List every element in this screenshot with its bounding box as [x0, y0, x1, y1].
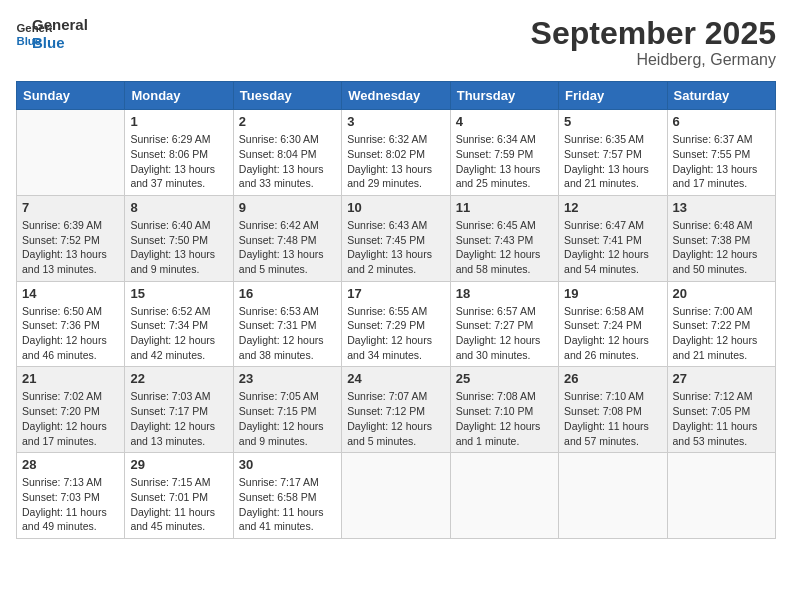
calendar-day-cell: 13Sunrise: 6:48 AM Sunset: 7:38 PM Dayli…: [667, 195, 775, 281]
day-number: 29: [130, 457, 227, 472]
day-info: Sunrise: 6:30 AM Sunset: 8:04 PM Dayligh…: [239, 132, 336, 191]
day-info: Sunrise: 7:03 AM Sunset: 7:17 PM Dayligh…: [130, 389, 227, 448]
day-info: Sunrise: 6:37 AM Sunset: 7:55 PM Dayligh…: [673, 132, 770, 191]
day-number: 12: [564, 200, 661, 215]
day-info: Sunrise: 6:45 AM Sunset: 7:43 PM Dayligh…: [456, 218, 553, 277]
day-number: 26: [564, 371, 661, 386]
day-info: Sunrise: 6:43 AM Sunset: 7:45 PM Dayligh…: [347, 218, 444, 277]
logo: General Blue General Blue: [16, 16, 88, 52]
calendar-week-row: 14Sunrise: 6:50 AM Sunset: 7:36 PM Dayli…: [17, 281, 776, 367]
calendar-day-cell: [450, 453, 558, 539]
weekday-header-row: SundayMondayTuesdayWednesdayThursdayFrid…: [17, 82, 776, 110]
day-number: 20: [673, 286, 770, 301]
calendar-day-cell: 22Sunrise: 7:03 AM Sunset: 7:17 PM Dayli…: [125, 367, 233, 453]
day-info: Sunrise: 6:57 AM Sunset: 7:27 PM Dayligh…: [456, 304, 553, 363]
day-number: 9: [239, 200, 336, 215]
location-title: Heidberg, Germany: [531, 51, 776, 69]
day-info: Sunrise: 6:42 AM Sunset: 7:48 PM Dayligh…: [239, 218, 336, 277]
day-info: Sunrise: 6:35 AM Sunset: 7:57 PM Dayligh…: [564, 132, 661, 191]
title-area: September 2025 Heidberg, Germany: [531, 16, 776, 69]
day-number: 10: [347, 200, 444, 215]
day-info: Sunrise: 6:32 AM Sunset: 8:02 PM Dayligh…: [347, 132, 444, 191]
calendar-day-cell: 18Sunrise: 6:57 AM Sunset: 7:27 PM Dayli…: [450, 281, 558, 367]
calendar-day-cell: 7Sunrise: 6:39 AM Sunset: 7:52 PM Daylig…: [17, 195, 125, 281]
calendar-week-row: 21Sunrise: 7:02 AM Sunset: 7:20 PM Dayli…: [17, 367, 776, 453]
calendar-day-cell: [559, 453, 667, 539]
calendar-week-row: 28Sunrise: 7:13 AM Sunset: 7:03 PM Dayli…: [17, 453, 776, 539]
calendar-day-cell: 2Sunrise: 6:30 AM Sunset: 8:04 PM Daylig…: [233, 110, 341, 196]
day-info: Sunrise: 7:17 AM Sunset: 6:58 PM Dayligh…: [239, 475, 336, 534]
calendar-day-cell: [342, 453, 450, 539]
day-info: Sunrise: 7:02 AM Sunset: 7:20 PM Dayligh…: [22, 389, 119, 448]
day-number: 18: [456, 286, 553, 301]
day-number: 14: [22, 286, 119, 301]
calendar-day-cell: 16Sunrise: 6:53 AM Sunset: 7:31 PM Dayli…: [233, 281, 341, 367]
calendar-week-row: 7Sunrise: 6:39 AM Sunset: 7:52 PM Daylig…: [17, 195, 776, 281]
weekday-header: Thursday: [450, 82, 558, 110]
calendar-day-cell: 21Sunrise: 7:02 AM Sunset: 7:20 PM Dayli…: [17, 367, 125, 453]
logo-line1: General: [32, 16, 88, 34]
day-number: 13: [673, 200, 770, 215]
day-number: 17: [347, 286, 444, 301]
calendar-day-cell: 11Sunrise: 6:45 AM Sunset: 7:43 PM Dayli…: [450, 195, 558, 281]
day-info: Sunrise: 6:52 AM Sunset: 7:34 PM Dayligh…: [130, 304, 227, 363]
day-number: 27: [673, 371, 770, 386]
weekday-header: Monday: [125, 82, 233, 110]
day-number: 5: [564, 114, 661, 129]
day-info: Sunrise: 6:55 AM Sunset: 7:29 PM Dayligh…: [347, 304, 444, 363]
day-number: 8: [130, 200, 227, 215]
day-info: Sunrise: 7:08 AM Sunset: 7:10 PM Dayligh…: [456, 389, 553, 448]
day-info: Sunrise: 6:53 AM Sunset: 7:31 PM Dayligh…: [239, 304, 336, 363]
day-number: 3: [347, 114, 444, 129]
day-number: 15: [130, 286, 227, 301]
weekday-header: Wednesday: [342, 82, 450, 110]
day-number: 21: [22, 371, 119, 386]
day-info: Sunrise: 7:10 AM Sunset: 7:08 PM Dayligh…: [564, 389, 661, 448]
day-number: 16: [239, 286, 336, 301]
calendar-day-cell: 14Sunrise: 6:50 AM Sunset: 7:36 PM Dayli…: [17, 281, 125, 367]
calendar-day-cell: 23Sunrise: 7:05 AM Sunset: 7:15 PM Dayli…: [233, 367, 341, 453]
day-number: 25: [456, 371, 553, 386]
day-info: Sunrise: 6:58 AM Sunset: 7:24 PM Dayligh…: [564, 304, 661, 363]
day-number: 19: [564, 286, 661, 301]
calendar-day-cell: [17, 110, 125, 196]
day-info: Sunrise: 6:34 AM Sunset: 7:59 PM Dayligh…: [456, 132, 553, 191]
calendar-day-cell: 26Sunrise: 7:10 AM Sunset: 7:08 PM Dayli…: [559, 367, 667, 453]
day-info: Sunrise: 6:29 AM Sunset: 8:06 PM Dayligh…: [130, 132, 227, 191]
calendar-day-cell: 17Sunrise: 6:55 AM Sunset: 7:29 PM Dayli…: [342, 281, 450, 367]
day-info: Sunrise: 7:05 AM Sunset: 7:15 PM Dayligh…: [239, 389, 336, 448]
day-info: Sunrise: 6:39 AM Sunset: 7:52 PM Dayligh…: [22, 218, 119, 277]
calendar-day-cell: 27Sunrise: 7:12 AM Sunset: 7:05 PM Dayli…: [667, 367, 775, 453]
day-number: 30: [239, 457, 336, 472]
day-number: 23: [239, 371, 336, 386]
calendar-day-cell: 8Sunrise: 6:40 AM Sunset: 7:50 PM Daylig…: [125, 195, 233, 281]
calendar-week-row: 1Sunrise: 6:29 AM Sunset: 8:06 PM Daylig…: [17, 110, 776, 196]
day-number: 11: [456, 200, 553, 215]
day-info: Sunrise: 7:13 AM Sunset: 7:03 PM Dayligh…: [22, 475, 119, 534]
calendar-day-cell: 19Sunrise: 6:58 AM Sunset: 7:24 PM Dayli…: [559, 281, 667, 367]
logo-line2: Blue: [32, 34, 88, 52]
weekday-header: Sunday: [17, 82, 125, 110]
day-info: Sunrise: 7:12 AM Sunset: 7:05 PM Dayligh…: [673, 389, 770, 448]
calendar-day-cell: [667, 453, 775, 539]
calendar-day-cell: 9Sunrise: 6:42 AM Sunset: 7:48 PM Daylig…: [233, 195, 341, 281]
day-number: 28: [22, 457, 119, 472]
day-info: Sunrise: 7:15 AM Sunset: 7:01 PM Dayligh…: [130, 475, 227, 534]
calendar-day-cell: 29Sunrise: 7:15 AM Sunset: 7:01 PM Dayli…: [125, 453, 233, 539]
day-info: Sunrise: 7:00 AM Sunset: 7:22 PM Dayligh…: [673, 304, 770, 363]
weekday-header: Friday: [559, 82, 667, 110]
day-info: Sunrise: 7:07 AM Sunset: 7:12 PM Dayligh…: [347, 389, 444, 448]
calendar-day-cell: 4Sunrise: 6:34 AM Sunset: 7:59 PM Daylig…: [450, 110, 558, 196]
day-info: Sunrise: 6:40 AM Sunset: 7:50 PM Dayligh…: [130, 218, 227, 277]
calendar-day-cell: 30Sunrise: 7:17 AM Sunset: 6:58 PM Dayli…: [233, 453, 341, 539]
calendar-day-cell: 10Sunrise: 6:43 AM Sunset: 7:45 PM Dayli…: [342, 195, 450, 281]
day-info: Sunrise: 6:47 AM Sunset: 7:41 PM Dayligh…: [564, 218, 661, 277]
calendar-day-cell: 5Sunrise: 6:35 AM Sunset: 7:57 PM Daylig…: [559, 110, 667, 196]
calendar-day-cell: 6Sunrise: 6:37 AM Sunset: 7:55 PM Daylig…: [667, 110, 775, 196]
day-number: 6: [673, 114, 770, 129]
calendar-day-cell: 12Sunrise: 6:47 AM Sunset: 7:41 PM Dayli…: [559, 195, 667, 281]
day-info: Sunrise: 6:50 AM Sunset: 7:36 PM Dayligh…: [22, 304, 119, 363]
calendar-table: SundayMondayTuesdayWednesdayThursdayFrid…: [16, 81, 776, 539]
calendar-day-cell: 28Sunrise: 7:13 AM Sunset: 7:03 PM Dayli…: [17, 453, 125, 539]
calendar-day-cell: 1Sunrise: 6:29 AM Sunset: 8:06 PM Daylig…: [125, 110, 233, 196]
